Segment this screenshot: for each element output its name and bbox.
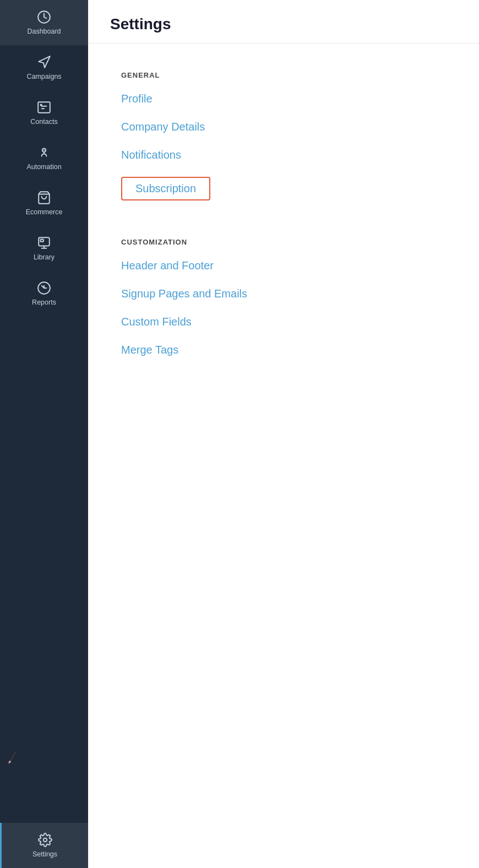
contacts-icon (37, 100, 51, 115)
sidebar-item-dashboard[interactable]: Dashboard (0, 0, 88, 45)
sidebar-item-campaigns[interactable]: Campaigns (0, 45, 88, 90)
ecommerce-icon (37, 191, 51, 205)
sidebar-item-label: Ecommerce (26, 208, 63, 216)
sidebar-item-label: Settings (32, 850, 57, 858)
svg-point-4 (43, 150, 45, 151)
arrow-annotation (4, 751, 19, 813)
sidebar-item-label: Automation (26, 163, 61, 171)
sidebar-item-contacts[interactable]: Contacts (0, 90, 88, 135)
reports-icon (37, 281, 51, 295)
sidebar: Dashboard Campaigns Contacts Automation (0, 0, 88, 868)
signup-pages-link[interactable]: Signup Pages and Emails (121, 287, 446, 300)
sidebar-item-automation[interactable]: Automation (0, 135, 88, 181)
sidebar-item-label: Library (34, 253, 55, 261)
page-title: Settings (110, 15, 457, 33)
sidebar-item-label: Campaigns (26, 73, 61, 80)
profile-link[interactable]: Profile (121, 93, 446, 105)
sidebar-item-label: Reports (32, 299, 56, 306)
svg-rect-1 (38, 102, 50, 113)
notifications-link[interactable]: Notifications (121, 149, 446, 161)
page-header: Settings (88, 0, 479, 44)
dashboard-icon (37, 10, 51, 24)
general-section-header: GENERAL (121, 71, 446, 79)
merge-tags-link[interactable]: Merge Tags (121, 344, 446, 356)
library-icon (37, 236, 51, 250)
sidebar-item-settings[interactable]: Settings (0, 823, 88, 868)
main-content: Settings GENERAL Profile Company Details… (88, 0, 479, 868)
customization-section-header: CUSTOMIZATION (121, 238, 446, 246)
arrow-icon (4, 751, 19, 766)
automation-icon (37, 145, 51, 160)
sidebar-item-label: Contacts (30, 118, 57, 126)
svg-point-2 (41, 105, 42, 106)
svg-line-9 (9, 752, 15, 763)
svg-point-7 (43, 838, 47, 842)
campaigns-icon (37, 55, 51, 69)
sidebar-item-label: Dashboard (27, 28, 61, 35)
svg-rect-6 (41, 240, 43, 242)
sidebar-item-reports[interactable]: Reports (0, 271, 88, 316)
sidebar-item-ecommerce[interactable]: Ecommerce (0, 181, 88, 226)
company-details-link[interactable]: Company Details (121, 121, 446, 133)
custom-fields-link[interactable]: Custom Fields (121, 316, 446, 328)
sidebar-item-library[interactable]: Library (0, 226, 88, 271)
header-footer-link[interactable]: Header and Footer (121, 259, 446, 272)
settings-body: GENERAL Profile Company Details Notifica… (88, 44, 479, 394)
subscription-link[interactable]: Subscription (121, 177, 210, 200)
settings-icon (38, 833, 52, 847)
